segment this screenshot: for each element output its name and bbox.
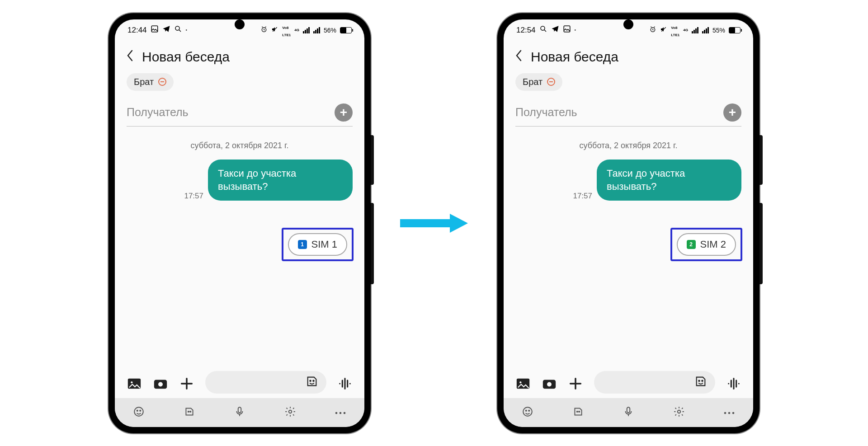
voice-record-icon[interactable] — [337, 376, 353, 389]
battery-pct: 56% — [324, 27, 336, 34]
svg-point-10 — [137, 410, 138, 411]
recipient-chips: Брат — [115, 72, 364, 97]
camera-icon[interactable] — [153, 376, 168, 389]
svg-point-17 — [340, 412, 342, 414]
remove-recipient-icon[interactable] — [158, 78, 166, 86]
camera-icon[interactable] — [542, 376, 557, 389]
chip-label: Брат — [134, 77, 154, 87]
image-icon — [151, 25, 159, 35]
recipient-chips: Брат — [504, 72, 753, 97]
search-icon — [539, 25, 547, 35]
date-stamp: суббота, 2 октября 2021 г. — [504, 141, 753, 150]
svg-point-15 — [288, 410, 292, 413]
message-time: 17:57 — [573, 192, 592, 201]
back-icon[interactable] — [515, 49, 523, 65]
svg-point-37 — [732, 412, 735, 414]
voice-record-icon[interactable] — [726, 376, 741, 389]
svg-point-6 — [158, 382, 163, 386]
app-header: Новая беседа — [504, 41, 753, 72]
message-input[interactable] — [594, 371, 715, 394]
signal-1-icon — [692, 27, 698, 33]
sticker-kb-icon[interactable] — [572, 406, 584, 419]
svg-point-31 — [576, 411, 577, 412]
remove-recipient-icon[interactable] — [547, 78, 555, 86]
sim-selector-area: 1 SIM 1 — [115, 205, 364, 261]
svg-rect-33 — [627, 407, 630, 413]
sticker-icon[interactable] — [694, 375, 707, 390]
gallery-icon[interactable] — [127, 376, 142, 389]
recipient-chip[interactable]: Брат — [515, 73, 562, 91]
more-icon[interactable] — [723, 408, 735, 417]
battery-icon — [729, 27, 741, 33]
attach-plus-icon[interactable] — [568, 376, 583, 389]
front-camera — [623, 19, 633, 29]
add-recipient-button[interactable]: + — [723, 103, 741, 122]
outgoing-bubble[interactable]: Такси до участка вызывать? — [597, 160, 741, 201]
sim-selector-button[interactable]: 2 SIM 2 — [677, 233, 736, 256]
back-icon[interactable] — [127, 49, 134, 65]
battery-icon — [340, 27, 352, 33]
svg-point-18 — [344, 412, 346, 414]
settings-gear-icon[interactable] — [284, 406, 296, 419]
svg-rect-14 — [238, 407, 241, 413]
outgoing-bubble[interactable]: Такси до участка вызывать? — [208, 160, 353, 201]
settings-gear-icon[interactable] — [673, 406, 685, 419]
net-icon: 4G — [683, 28, 688, 32]
sim-badge-icon: 1 — [298, 240, 307, 249]
highlight-box: 1 SIM 1 — [282, 228, 354, 261]
status-time: 12:54 — [516, 26, 536, 35]
svg-point-1 — [175, 26, 179, 30]
svg-point-27 — [702, 380, 703, 381]
message-input[interactable] — [205, 371, 326, 394]
mic-icon[interactable] — [234, 406, 245, 419]
svg-point-19 — [541, 26, 545, 30]
phone-left: 12:44 • Vo8LTE1 4 — [108, 13, 371, 433]
phone-right: 12:54 • Vo8LTE1 4 — [497, 13, 760, 433]
page-title: Новая беседа — [142, 49, 230, 65]
signal-1-icon — [303, 27, 310, 33]
recipient-input[interactable]: Получатель — [127, 106, 329, 119]
sim-selector-button[interactable]: 1 SIM 1 — [288, 233, 347, 256]
gallery-icon[interactable] — [515, 376, 531, 389]
more-indicator-icon: • — [575, 28, 576, 33]
front-camera — [235, 19, 245, 29]
search-icon — [174, 25, 182, 35]
mute-icon — [271, 26, 278, 34]
volte-icon: Vo8LTE1 — [282, 23, 291, 38]
sim-badge-icon: 2 — [687, 240, 696, 249]
mic-icon[interactable] — [623, 406, 634, 419]
compose-toolbar — [504, 366, 753, 398]
svg-point-32 — [579, 411, 580, 412]
sticker-kb-icon[interactable] — [184, 406, 195, 419]
volte-icon: Vo8LTE1 — [671, 23, 679, 38]
svg-rect-0 — [151, 26, 158, 32]
recipient-input[interactable]: Получатель — [515, 106, 718, 119]
svg-rect-20 — [564, 26, 570, 32]
svg-point-28 — [523, 407, 532, 416]
emoji-icon[interactable] — [522, 406, 533, 419]
more-indicator-icon: • — [186, 28, 188, 33]
sticker-icon[interactable] — [306, 375, 318, 390]
more-icon[interactable] — [335, 408, 346, 417]
recipient-chip[interactable]: Брат — [127, 73, 174, 91]
attach-plus-icon[interactable] — [179, 376, 194, 389]
svg-point-23 — [519, 381, 521, 383]
signal-2-icon — [313, 27, 320, 33]
emoji-icon[interactable] — [133, 406, 145, 419]
recipient-field-row: Получатель + — [127, 103, 353, 127]
app-header: Новая беседа — [115, 41, 364, 72]
svg-point-34 — [677, 410, 680, 413]
svg-point-12 — [188, 411, 189, 412]
svg-point-4 — [131, 381, 132, 383]
svg-point-16 — [335, 412, 338, 414]
svg-point-29 — [526, 410, 527, 411]
message-time: 17:57 — [184, 192, 203, 201]
add-recipient-button[interactable]: + — [335, 103, 353, 122]
highlight-box: 2 SIM 2 — [670, 228, 742, 261]
compose-toolbar — [115, 366, 364, 398]
signal-2-icon — [702, 27, 709, 33]
svg-point-13 — [190, 411, 191, 412]
svg-point-25 — [547, 382, 552, 386]
recipient-field-row: Получатель + — [515, 103, 741, 127]
svg-point-11 — [140, 410, 141, 411]
